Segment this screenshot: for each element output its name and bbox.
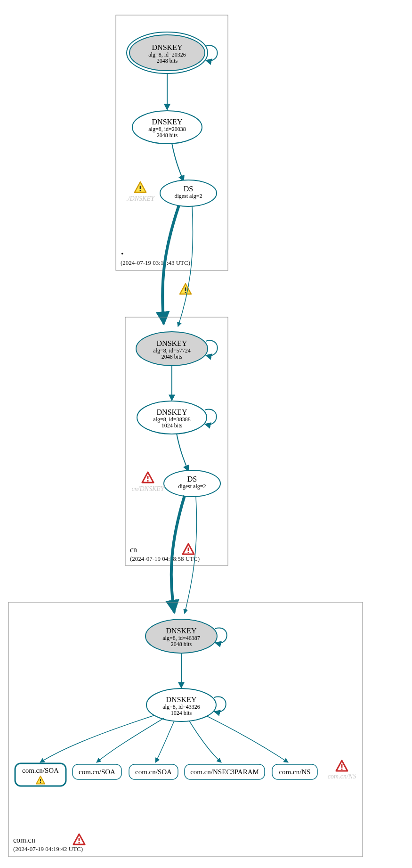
node-comcn-ksk: DNSKEY alg=8, id=46387 2048 bits (145, 619, 227, 653)
svg-text:com.cn/NSEC3PARAM: com.cn/NSEC3PARAM (190, 768, 259, 776)
node-root-zsk: DNSKEY alg=8, id=20038 2048 bits (132, 111, 202, 144)
svg-text:com.cn/SOA: com.cn/SOA (79, 768, 115, 776)
svg-text:digest alg=2: digest alg=2 (178, 483, 206, 490)
svg-text:DNSKEY: DNSKEY (157, 408, 187, 416)
node-cn-ksk: DNSKEY alg=8, id=57724 2048 bits (136, 332, 218, 366)
node-cn-ds: DS digest alg=2 (164, 470, 220, 497)
node-cn-zsk: DNSKEY alg=8, id=38388 1024 bits (137, 401, 217, 434)
zone-cn-name: cn (130, 546, 137, 554)
svg-text:DNSKEY: DNSKEY (152, 43, 183, 51)
rrset-soa-2: com.cn/SOA (129, 764, 178, 779)
svg-text:DS: DS (184, 185, 193, 193)
zone-cn-time: (2024-07-19 04:18:58 UTC) (130, 555, 200, 562)
rrset-nsec3param: com.cn/NSEC3PARAM (185, 764, 265, 779)
svg-text:alg=8, id=20326: alg=8, id=20326 (148, 51, 186, 58)
svg-text:alg=8, id=20038: alg=8, id=20038 (148, 126, 186, 132)
zone-comcn-time: (2024-07-19 04:19:42 UTC) (13, 845, 83, 852)
error-icon (183, 544, 194, 554)
svg-text:com.cn/SOA: com.cn/SOA (22, 767, 59, 774)
svg-text:com.cn/SOA: com.cn/SOA (135, 768, 172, 776)
error-icon (142, 472, 153, 483)
node-comcn-zsk: DNSKEY alg=8, id=43326 1024 bits (146, 688, 226, 721)
warning-icon (135, 182, 146, 192)
dnsviz-diagram: . (2024-07-19 03:12:43 UTC) DNSKEY alg=8… (0, 0, 412, 868)
node-root-ksk: DNSKEY alg=8, id=20326 2048 bits (127, 32, 218, 74)
svg-text:alg=8, id=46387: alg=8, id=46387 (162, 635, 200, 641)
zone-root-name: . (121, 242, 124, 257)
edge-cn-zsk-ds (177, 434, 188, 471)
error-icon (336, 761, 347, 771)
zone-root-time: (2024-07-19 03:12:43 UTC) (121, 259, 190, 266)
warning-icon (180, 284, 191, 294)
svg-text:DNSKEY: DNSKEY (166, 696, 197, 704)
svg-text:DS: DS (187, 475, 197, 483)
svg-text:1024 bits: 1024 bits (171, 710, 192, 716)
rrset-soa-1: com.cn/SOA (73, 764, 121, 779)
svg-text:DNSKEY: DNSKEY (157, 339, 187, 347)
svg-text:1024 bits: 1024 bits (162, 422, 183, 429)
rrset-ns: com.cn/NS (272, 764, 317, 779)
edge-root-zsk-ds (172, 143, 184, 181)
error-icon (73, 834, 85, 844)
svg-text:digest alg=2: digest alg=2 (174, 193, 202, 199)
rrset-soa-warn: com.cn/SOA (15, 763, 66, 786)
svg-text:DNSKEY: DNSKEY (152, 118, 183, 126)
svg-text:alg=8, id=38388: alg=8, id=38388 (153, 416, 191, 423)
svg-text:2048 bits: 2048 bits (157, 57, 178, 64)
ghost-cn: cn/DNSKEY (131, 485, 165, 492)
svg-text:com.cn/NS: com.cn/NS (279, 768, 310, 776)
svg-text:alg=8, id=43326: alg=8, id=43326 (162, 704, 200, 710)
svg-text:alg=8, id=57724: alg=8, id=57724 (153, 347, 191, 354)
svg-text:2048 bits: 2048 bits (171, 641, 192, 647)
node-root-ds: DS digest alg=2 (160, 180, 217, 206)
zone-comcn-name: com.cn (13, 836, 35, 844)
svg-text:2048 bits: 2048 bits (162, 353, 183, 360)
svg-text:2048 bits: 2048 bits (157, 132, 178, 139)
ghost-comcn: com.cn/NS (328, 773, 356, 780)
ghost-root: ./DNSKEY (126, 195, 155, 202)
svg-text:DNSKEY: DNSKEY (166, 627, 197, 635)
zone-comcn: com.cn (2024-07-19 04:19:42 UTC) DNSKEY … (8, 602, 363, 857)
